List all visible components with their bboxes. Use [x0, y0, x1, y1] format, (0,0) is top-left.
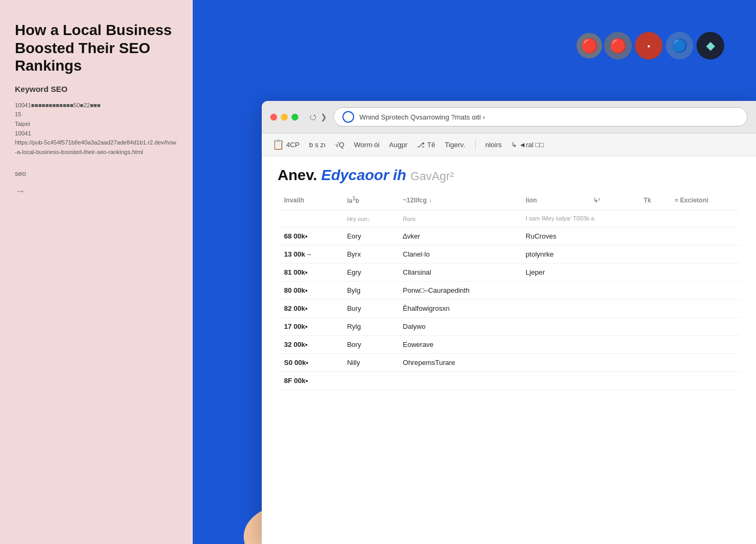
- toolbar-item-worn-ji[interactable]: Worm·ói: [354, 141, 380, 149]
- table-row: S0 00k• Nilly OhrepemsTurare: [278, 354, 740, 372]
- icon-circle-4[interactable]: ◆: [697, 32, 724, 60]
- name-2b: ptolynrke: [519, 245, 586, 264]
- name-7a: Eowerave: [397, 336, 519, 354]
- vol-5: 82 00k•: [278, 300, 341, 318]
- toolbar-label-1: 📋: [272, 139, 284, 150]
- close-button[interactable]: [270, 114, 277, 121]
- vol-4: 80 00k•: [278, 282, 341, 300]
- name-3b: Ljeper: [519, 264, 586, 282]
- toolbar-text-to: Tē: [427, 141, 435, 149]
- maximize-button[interactable]: [291, 114, 298, 121]
- name-2a: Clanel·lo: [397, 245, 519, 264]
- meta-line2: 15: [15, 111, 21, 117]
- col-header-excietoni: ≈ Excietoni: [668, 190, 740, 210]
- browser-toolbar: 📋 4CP b s zı √Q Worm·ói Augpr ⎇ Tē Tiger…: [262, 133, 756, 156]
- diff-2: Byrx: [341, 245, 397, 264]
- subheader-empty: [278, 210, 341, 227]
- toolbar-item-tiger[interactable]: Tigerν.: [445, 141, 466, 149]
- back-button[interactable]: ⭯: [309, 113, 316, 121]
- subheader-sam: I sam IMey iudyaᶦ T003b a: [519, 210, 740, 227]
- name-1b: RuCroves: [519, 227, 586, 245]
- page-header: Anev. Edycaoor ih GavAgr²: [262, 156, 756, 190]
- table-row: 17 00k• Rylg Dalywo: [278, 318, 740, 336]
- minimize-button[interactable]: [281, 114, 288, 121]
- toolbar-item-2[interactable]: b s zı: [309, 141, 325, 149]
- name-8a: OhrepemsTurare: [397, 354, 519, 372]
- tag-icon: →: [15, 185, 178, 197]
- toolbar-text-augpr: Augpr: [389, 141, 408, 149]
- subheader-roro: Roro: [397, 210, 519, 227]
- toolbar-item-3[interactable]: √Q: [335, 141, 344, 149]
- extra-2: [617, 227, 637, 245]
- main-area: 🔴 🔴 ● 🔵 ◆: [193, 0, 756, 544]
- diff-5: Bury: [341, 300, 397, 318]
- table-subheader-row: Hry oun↓ Roro I sam IMey iudyaᶦ T003b a: [278, 210, 740, 227]
- meta-line1: 10041■■■■■■■■■■■■50■22■■■: [15, 102, 100, 108]
- toolbar-text-tiger: Tigerν.: [445, 141, 466, 149]
- name-5a: Èhalfowigrosxn: [397, 300, 519, 318]
- browser-content: Anev. Edycaoor ih GavAgr² Invalih la1b ~…: [262, 156, 756, 390]
- vol-7: 32 00k•: [278, 336, 341, 354]
- browser-chrome: ⭯ ❯ Wnind Sprotech Qvsarrowing ?mats αιt…: [262, 101, 756, 133]
- toolbar-text-3: √Q: [335, 141, 344, 149]
- table-row: 13 00k→ Byrx Clanel·lo ptolynrke: [278, 245, 740, 264]
- col-header-invalih: Invalih: [278, 190, 341, 210]
- toolbar-item-1[interactable]: 📋 4CP: [272, 139, 299, 150]
- address-bar[interactable]: Wnind Sprotech Qvsarrowing ?mats αιtl ›: [333, 107, 748, 126]
- diff-6: Rylg: [341, 318, 397, 336]
- col-header-empty: [617, 190, 637, 210]
- table-row: 68 00k• Eory ∆vker RuCroves: [278, 227, 740, 245]
- diff-8: Nilly: [341, 354, 397, 372]
- diff-1: Eory: [341, 227, 397, 245]
- article-tag: seo: [15, 169, 178, 177]
- icon-left-open[interactable]: 🔴: [577, 33, 602, 58]
- subheader-hry: Hry oun↓: [341, 210, 397, 227]
- table-row: 8F 00k•: [278, 372, 740, 390]
- name-6a: Dalywo: [397, 318, 519, 336]
- table-row: 82 00k• Bury Èhalfowigrosxn: [278, 300, 740, 318]
- toolbar-item-augpr[interactable]: Augpr: [389, 141, 408, 149]
- extra-4: [668, 227, 740, 245]
- name-4a: Ponw□–Caurapedinth: [397, 282, 519, 300]
- meta-line3: Taipei: [15, 121, 30, 127]
- sidebar: How a Local Business Boosted Their SEO R…: [0, 0, 193, 544]
- toolbar-item-to[interactable]: ⎇ Tē: [417, 141, 435, 149]
- browser-nav: ⭯ ❯: [309, 113, 327, 121]
- diff-3: Egry: [341, 264, 397, 282]
- article-title: How a Local Business Boosted Their SEO R…: [15, 21, 178, 75]
- vol-2: 13 00k→: [278, 245, 341, 264]
- toolbar-item-nloirs[interactable]: nloirs: [485, 141, 502, 149]
- heading-blue: Edycaoor: [317, 167, 389, 183]
- data-table-wrapper: Invalih la1b ~12lifcg ↓ lion ↳¹ Tk ≈ Exc…: [262, 190, 756, 390]
- vol-1: 68 00k•: [278, 227, 341, 245]
- table-row: 32 00k• Bory Eowerave: [278, 336, 740, 354]
- heading-gray: GavAgr²: [410, 169, 454, 183]
- table-header-row: Invalih la1b ~12lifcg ↓ lion ↳¹ Tk ≈ Exc…: [278, 190, 740, 210]
- tag-label: seo: [15, 169, 26, 177]
- keyword-table: Invalih la1b ~12lifcg ↓ lion ↳¹ Tk ≈ Exc…: [278, 190, 740, 390]
- heading-blue2: ih: [393, 167, 406, 183]
- icon-circle-3[interactable]: 🔵: [666, 32, 693, 60]
- col-header-tk: Tk: [637, 190, 668, 210]
- col-header-lion: lion: [519, 190, 586, 210]
- table-row: 81 00k• Egry Cllarsinal Ljeper: [278, 264, 740, 282]
- page-heading: Anev. Edycaoor ih GavAgr²: [278, 167, 740, 184]
- toolbar-text-worn-ji: Worm·ói: [354, 141, 380, 149]
- top-icons-bar: 🔴 🔴 ● 🔵 ◆: [577, 32, 724, 60]
- diff-4: Bylg: [341, 282, 397, 300]
- forward-button[interactable]: ❯: [321, 113, 327, 121]
- meta-url: https://pub-5c454f571b8e40a3a2aad27ade84…: [15, 139, 176, 155]
- toolbar-text-ural: ↳ ◄ral □□: [511, 141, 544, 149]
- heading-black: Anev.: [278, 167, 317, 183]
- toolbar-text-2: b s zı: [309, 141, 325, 149]
- article-category: Keyword SEO: [15, 84, 178, 94]
- meta-line4: 10041: [15, 130, 31, 137]
- icon-circle-2[interactable]: ●: [635, 32, 663, 60]
- extra-1: [587, 227, 618, 245]
- toolbar-item-ural[interactable]: ↳ ◄ral □□: [511, 141, 544, 149]
- table-row: 80 00k• Bylg Ponw□–Caurapedinth: [278, 282, 740, 300]
- icon-circle-1[interactable]: 🔴: [604, 32, 632, 60]
- address-text: Wnind Sprotech Qvsarrowing ?mats αιtl ›: [359, 113, 485, 121]
- toolbar-text-nloirs: nloirs: [485, 141, 502, 149]
- site-icon: [342, 111, 354, 123]
